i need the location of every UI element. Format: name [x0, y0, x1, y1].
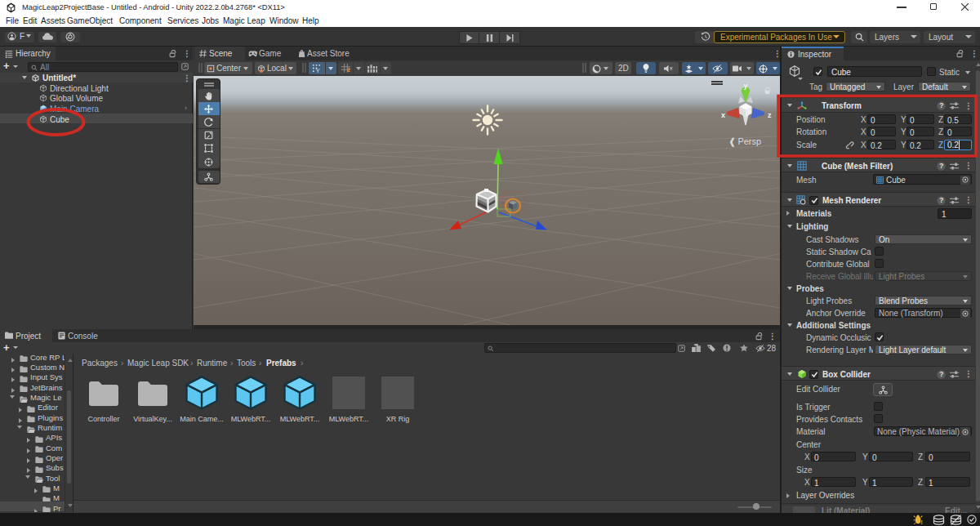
svg-text:!: ! [921, 519, 923, 524]
svg-text:?: ? [939, 197, 943, 204]
svg-text:Y: Y [316, 67, 320, 73]
svg-text:?: ? [939, 163, 943, 170]
svg-text:?: ? [939, 371, 943, 378]
svg-text:?: ? [939, 102, 943, 109]
svg-text:x: x [721, 111, 725, 119]
svg-text:y: y [744, 82, 748, 90]
svg-text:z: z [768, 111, 772, 119]
